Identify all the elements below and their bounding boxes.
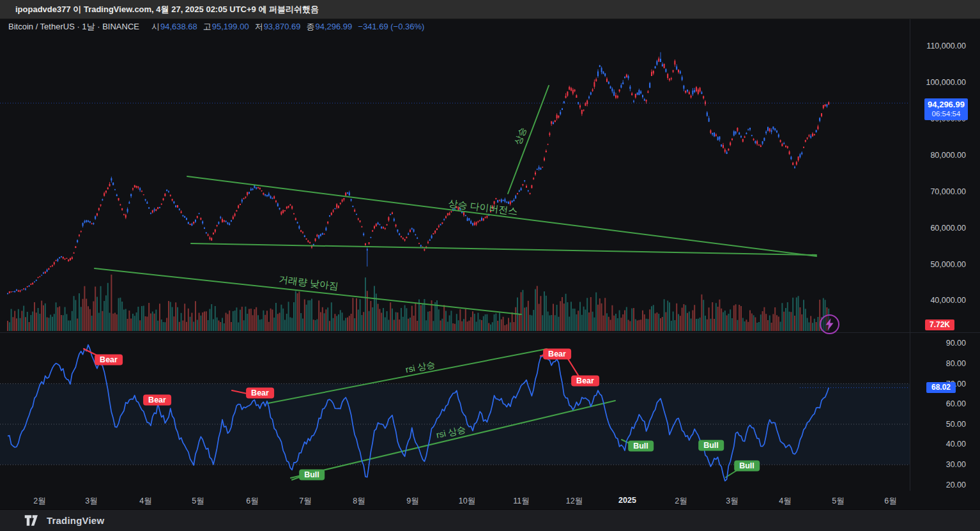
price-axis-tick: 80,000.00 <box>930 151 966 160</box>
bear-label[interactable]: Bear <box>143 395 171 406</box>
price-scale-separator <box>910 19 910 491</box>
rsi-axis-tick: 90.00 <box>946 339 966 348</box>
last-price-value: 94,296.99 <box>924 100 968 110</box>
time-axis-tick: 2월 <box>33 496 45 507</box>
rsi-axis-tick: 40.00 <box>946 440 966 449</box>
rsi-axis-tick: 80.00 <box>946 359 966 368</box>
high-label: 고 <box>203 22 211 31</box>
open-value: 94,638.68 <box>160 22 197 31</box>
time-axis-tick: 3월 <box>726 496 738 507</box>
tradingview-chart-window: ipopadvde377 이 TradingView.com, 4월 27, 2… <box>0 0 980 531</box>
bull-label[interactable]: Bull <box>734 461 760 472</box>
lightning-icon <box>825 318 834 330</box>
price-axis-tick: 110,000.00 <box>926 42 966 50</box>
time-axis-tick: 4월 <box>779 496 791 507</box>
rsi-axis-tick: 60.00 <box>946 399 966 408</box>
time-axis-tick: 11월 <box>513 496 529 507</box>
time-axis[interactable]: 2월3월4월5월6월7월8월9월10월11월12월20252월3월4월5월6월 <box>0 491 980 509</box>
price-axis-tick: 60,000.00 <box>930 224 966 233</box>
symbol-title[interactable]: Bitcoin / TetherUS · 1날 · BINANCE <box>8 22 139 31</box>
time-axis-tick: 6월 <box>884 496 896 507</box>
time-axis-tick: 6월 <box>246 496 258 507</box>
bear-label[interactable]: Bear <box>571 376 599 387</box>
bear-label[interactable]: Bear <box>543 349 571 360</box>
time-axis-tick: 5월 <box>832 496 844 507</box>
time-axis-tick: 2월 <box>675 496 687 507</box>
low-label: 저 <box>255 22 263 31</box>
volume-value-flag: 7.72K <box>925 319 954 330</box>
bar-countdown: 06:54:54 <box>924 110 968 119</box>
price-axis-tick: 100,000.00 <box>926 78 966 87</box>
time-axis-tick: 3월 <box>85 496 97 507</box>
symbol-legend: Bitcoin / TetherUS · 1날 · BINANCE시94,638… <box>8 21 424 33</box>
open-label: 시 <box>151 22 160 31</box>
chart-canvas[interactable] <box>0 0 980 531</box>
close-label: 종 <box>306 22 314 31</box>
rsi-axis-tick: 50.00 <box>946 420 966 429</box>
rsi-axis-tick: 20.00 <box>946 481 966 489</box>
time-axis-tick: 2025 <box>618 496 636 505</box>
bull-label[interactable]: Bull <box>299 470 325 481</box>
close-value: 94,296.99 <box>315 22 352 31</box>
time-axis-tick: 8월 <box>353 496 365 507</box>
high-value: 95,199.00 <box>212 22 249 31</box>
low-value: 93,870.69 <box>264 22 301 31</box>
time-axis-tick: 9월 <box>406 496 418 507</box>
price-axis-tick: 70,000.00 <box>930 187 966 196</box>
time-axis-tick: 12월 <box>566 496 583 507</box>
bear-label[interactable]: Bear <box>246 388 274 399</box>
tradingview-logo-icon[interactable] <box>24 514 42 527</box>
bull-label[interactable]: Bull <box>628 441 654 452</box>
bull-label[interactable]: Bull <box>698 440 724 451</box>
price-axis-tick: 40,000.00 <box>930 296 966 305</box>
rsi-value-flag: 68.02 <box>926 382 956 393</box>
time-axis-tick: 5월 <box>192 496 204 507</box>
time-axis-tick: 7월 <box>299 496 311 507</box>
time-axis-tick: 4월 <box>139 496 151 507</box>
bear-label[interactable]: Bear <box>95 355 123 366</box>
change-value: −341.69 (−0.36%) <box>358 22 424 31</box>
boost-button[interactable] <box>820 314 839 334</box>
time-axis-tick: 10월 <box>459 496 475 507</box>
last-price-flag: 94,296.99 06:54:54 <box>924 98 968 120</box>
tradingview-logo-text[interactable]: TradingView <box>47 515 104 526</box>
bottom-toolbar: TradingView <box>0 509 980 531</box>
rsi-axis-tick: 30.00 <box>946 460 966 469</box>
price-axis-tick: 50,000.00 <box>930 260 966 269</box>
